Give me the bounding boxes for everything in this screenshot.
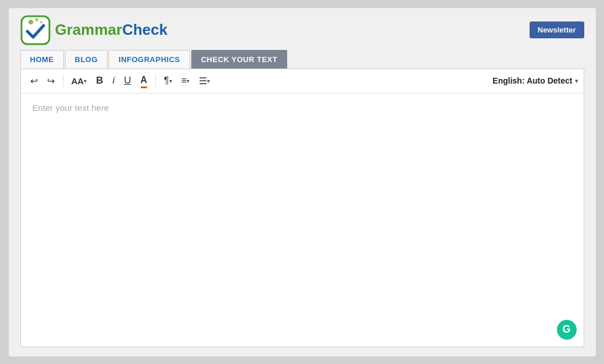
header: GrammarCheck Newsletter	[9, 8, 596, 50]
grammarly-badge: G	[557, 320, 577, 340]
tab-infographics[interactable]: INFOGRAPHICS	[109, 50, 190, 69]
text-color-button[interactable]: A	[137, 73, 151, 89]
paragraph-arrow: ▾	[169, 78, 172, 84]
logo-grammar: Grammar	[55, 21, 123, 38]
undo-button[interactable]: ↩	[27, 73, 41, 89]
unordered-list-arrow: ▾	[207, 78, 210, 84]
underline-icon: U	[124, 75, 131, 87]
ordered-list-button[interactable]: ≡ ▾	[178, 73, 193, 88]
editor-content[interactable]: Enter your text here G	[21, 93, 584, 347]
logo-text: GrammarCheck	[55, 21, 168, 39]
nav: HOME BLOG INFOGRAPHICS CHECK YOUR TEXT	[9, 50, 596, 69]
editor-container: ↩ ↪ AA ▾ B i U A ¶	[20, 69, 584, 347]
separator-1	[63, 74, 63, 87]
font-size-arrow: ▾	[84, 78, 87, 84]
text-color-icon: A	[141, 75, 148, 87]
tab-check-your-text[interactable]: CHECK YOUR TEXT	[191, 50, 288, 69]
unordered-list-icon: ☰	[199, 75, 207, 87]
italic-icon: i	[112, 75, 115, 87]
ordered-list-icon: ≡	[181, 75, 187, 86]
tab-home[interactable]: HOME	[20, 50, 64, 69]
font-size-icon: AA	[72, 76, 84, 86]
logo-icon	[20, 15, 51, 45]
tab-blog[interactable]: BLOG	[65, 50, 108, 69]
underline-button[interactable]: U	[120, 73, 134, 89]
paragraph-button[interactable]: ¶ ▾	[160, 73, 176, 88]
redo-icon: ↪	[47, 75, 55, 87]
grammarly-letter: G	[562, 323, 570, 336]
language-selector[interactable]: English: Auto Detect ▾	[492, 76, 577, 85]
redo-button[interactable]: ↪	[44, 73, 58, 89]
separator-2	[155, 74, 156, 87]
italic-button[interactable]: i	[109, 73, 118, 89]
svg-point-1	[28, 20, 33, 24]
logo-check: Check	[122, 21, 167, 38]
bold-icon: B	[96, 75, 103, 87]
svg-point-3	[40, 20, 42, 23]
editor-placeholder: Enter your text here	[33, 103, 109, 113]
language-label: English: Auto Detect	[492, 76, 572, 85]
toolbar: ↩ ↪ AA ▾ B i U A ¶	[21, 69, 584, 93]
newsletter-button[interactable]: Newsletter	[530, 21, 584, 38]
language-arrow: ▾	[575, 78, 578, 84]
page-wrapper: GrammarCheck Newsletter HOME BLOG INFOGR…	[9, 8, 596, 356]
svg-point-2	[35, 18, 38, 21]
unordered-list-button[interactable]: ☰ ▾	[195, 73, 213, 89]
font-size-button[interactable]: AA ▾	[68, 74, 91, 88]
bold-button[interactable]: B	[92, 73, 106, 89]
undo-icon: ↩	[30, 75, 38, 87]
logo: GrammarCheck	[20, 15, 168, 45]
paragraph-icon: ¶	[164, 75, 169, 86]
ordered-list-arrow: ▾	[187, 78, 190, 84]
